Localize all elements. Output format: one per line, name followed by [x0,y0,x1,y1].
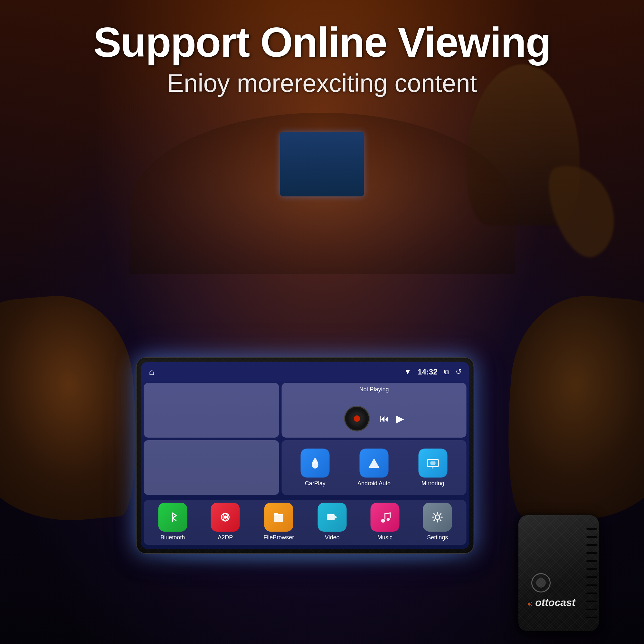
svg-rect-6 [274,515,283,522]
back-icon[interactable]: ↺ [456,368,461,376]
prev-button[interactable]: ⏮ [379,413,390,425]
vent-10 [586,601,597,602]
music-label: Music [377,534,393,541]
play-button[interactable]: ▶ [396,412,404,425]
svg-point-5 [224,516,227,519]
svg-point-11 [435,515,440,519]
svg-point-9 [381,519,385,523]
main-scene: Support Online Viewing Enioy morerexciti… [0,0,644,644]
screen-grid: Not Playing ⏮ ▶ [141,382,469,549]
not-playing-label: Not Playing [359,386,389,393]
vinyl-icon [344,406,370,431]
heading-main: Support Online Viewing [0,19,644,65]
bluetooth-icon [158,503,187,532]
vent-1 [586,528,597,530]
vent-9 [586,592,597,594]
car-screen-inner: ⌂ ▼ 14:32 ⧉ ↺ [141,362,469,549]
bottom-app-row: Bluetooth [144,500,467,545]
device-logo-circle [531,573,551,592]
status-time: 14:32 [418,367,437,376]
app-item-video[interactable]: Video [318,503,347,541]
mirroring-icon [418,449,447,478]
left-tile-top [144,383,279,438]
app-item-carplay[interactable]: CarPlay [301,449,330,487]
app-item-music[interactable]: Music [370,503,399,541]
vent-12 [586,617,597,618]
a2dp-icon [211,503,240,532]
android-auto-icon [359,449,388,478]
media-bottom-row: ⏮ ▶ [337,399,411,438]
ottocast-device: ® ottocast [518,515,612,644]
vent-11 [586,609,597,610]
app-item-bluetooth[interactable]: Bluetooth [158,503,187,541]
music-icon [370,503,399,532]
status-bar: ⌂ ▼ 14:32 ⧉ ↺ [141,362,469,382]
android-auto-label: Android Auto [357,480,391,487]
media-player-tile: Not Playing ⏮ ▶ [282,383,467,438]
svg-marker-8 [335,516,337,519]
filebrowser-label: FileBrowser [263,534,294,541]
carplay-label: CarPlay [305,480,326,487]
device-vents [584,522,599,625]
mirroring-label: Mirroring [421,480,444,487]
app-item-mirroring[interactable]: Mirroring [418,449,447,487]
vent-8 [586,584,597,586]
mini-infotainment [280,132,364,196]
wifi-icon: ▼ [404,368,411,376]
media-controls: ⏮ ▶ [379,412,404,425]
top-row: Not Playing ⏮ ▶ [141,383,469,438]
device-brand-dot: ® [528,601,532,607]
media-top-row: Not Playing [355,383,393,393]
device-body: ® ottocast [518,515,599,631]
svg-point-10 [386,518,390,521]
video-label: Video [325,534,340,541]
app-item-filebrowser[interactable]: FileBrowser [263,503,294,541]
vent-2 [586,536,597,538]
filebrowser-icon [264,503,293,532]
carplay-icon [301,449,330,478]
left-tile-mid [144,440,279,495]
svg-marker-0 [368,458,379,468]
a2dp-label: A2DP [218,534,233,541]
car-screen-outer: ⌂ ▼ 14:32 ⧉ ↺ [136,357,474,554]
heading-sub: Enioy morerexciting content [0,69,644,98]
video-icon [318,503,347,532]
status-right: ▼ 14:32 ⧉ ↺ [404,367,461,376]
vent-6 [586,568,597,570]
copy-icon[interactable]: ⧉ [444,368,449,376]
app-item-a2dp[interactable]: A2DP [211,503,240,541]
svg-rect-2 [430,461,435,465]
device-logo-inner [536,578,546,588]
car-screen-wrapper: ⌂ ▼ 14:32 ⧉ ↺ [136,357,474,554]
middle-row: CarPlay Android Auto [141,440,469,495]
vent-4 [586,552,597,554]
app-item-android-auto[interactable]: Android Auto [357,449,391,487]
home-icon[interactable]: ⌂ [149,367,155,377]
bluetooth-label: Bluetooth [160,534,185,541]
vent-7 [586,576,597,578]
heading-area: Support Online Viewing Enioy morerexciti… [0,19,644,98]
settings-icon [423,503,452,532]
device-brand-name: ottocast [535,597,575,608]
vent-3 [586,544,597,546]
app-item-settings[interactable]: Settings [423,503,452,541]
svg-rect-7 [327,514,335,520]
settings-label: Settings [427,534,448,541]
middle-app-icons: CarPlay Android Auto [282,440,467,495]
vent-5 [586,560,597,562]
device-logo: ® ottocast [528,597,575,609]
